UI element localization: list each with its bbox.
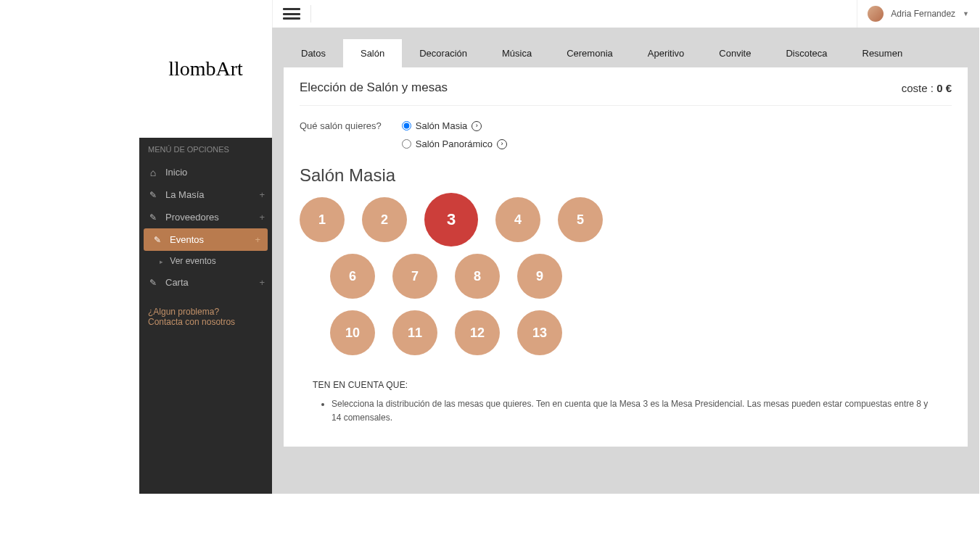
tab-discoteca[interactable]: Discoteca [768,39,844,67]
table-10[interactable]: 10 [330,310,375,355]
sidebar-menu-header: MENÚ DE OPCIONES [139,138,272,161]
logo-area: llombArt [139,0,272,138]
sidebar-item-inicio[interactable]: Inicio [139,161,272,183]
edit-icon [148,212,158,223]
sidebar-item-proveedores[interactable]: Proveedores + [139,206,272,228]
table-7[interactable]: 7 [392,254,437,299]
sidebar-item-label: Proveedores [165,212,219,223]
tab-decoracion[interactable]: Decoración [402,39,485,67]
table-4[interactable]: 4 [495,197,540,242]
expand-icon: + [259,212,265,223]
sidebar-subitem-ver-eventos[interactable]: Ver eventos [139,251,272,271]
tab-aperitivo[interactable]: Aperitivo [630,39,702,67]
edit-icon [148,190,158,200]
sidebar-item-eventos[interactable]: Eventos + [144,228,268,251]
expand-icon: + [255,234,260,245]
salon-question: Qué salón quieres? [300,120,382,131]
main: Adria Fernandez ▼ Datos Salón Decoración… [272,0,979,494]
tab-convite[interactable]: Convite [701,39,768,67]
edit-icon [152,235,162,245]
table-6[interactable]: 6 [330,254,375,299]
radio-label[interactable]: Salón Masia [416,120,468,131]
cost-label: coste : 0 € [902,82,952,94]
table-11[interactable]: 11 [392,310,437,355]
username: Adria Fernandez [891,9,955,19]
radio-masia[interactable] [402,121,411,130]
sidebar-item-label: Eventos [170,234,204,245]
sidebar-item-label: Inicio [165,167,187,178]
sidebar: llombArt MENÚ DE OPCIONES Inicio La Masí… [139,0,272,494]
panel: Elección de Salón y mesas coste : 0 € Qu… [284,67,968,447]
table-3[interactable]: 3 [424,193,478,246]
sidebar-footer: ¿Algun problema? Contacta con nosotros [139,294,272,340]
panel-title: Elección de Salón y mesas [300,80,448,95]
expand-icon: + [259,277,265,288]
sidebar-item-carta[interactable]: Carta + [139,271,272,294]
tab-datos[interactable]: Datos [284,39,343,67]
salon-title: Salón Masia [300,165,952,186]
arrow-right-circle-icon[interactable]: › [472,121,482,131]
sidebar-item-label: Carta [165,277,189,288]
hamburger-icon[interactable] [283,7,300,21]
radio-option-masia: Salón Masia › [402,120,507,131]
table-13[interactable]: 13 [517,310,562,355]
tables: 1 2 3 4 5 6 7 8 9 10 11 [300,197,952,355]
tab-bar: Datos Salón Decoración Música Ceremonia … [284,39,968,67]
notes-title: TEN EN CUENTA QUE: [313,380,939,390]
tab-resumen[interactable]: Resumen [845,39,921,67]
tab-salon[interactable]: Salón [343,39,402,67]
arrow-right-circle-icon[interactable]: › [497,139,507,149]
footer-problem-text: ¿Algun problema? [148,307,263,317]
topbar: Adria Fernandez ▼ [272,0,979,28]
expand-icon: + [259,189,265,200]
table-1[interactable]: 1 [300,197,345,242]
brand-logo: llombArt [168,57,243,80]
user-menu[interactable]: Adria Fernandez ▼ [857,0,969,28]
chevron-down-icon: ▼ [963,10,969,17]
footer-contact-link[interactable]: Contacta con nosotros [148,317,263,327]
cost-value: 0 € [936,82,952,94]
avatar [868,6,884,22]
radio-panoramico[interactable] [402,139,411,149]
edit-icon [148,278,158,288]
notes: TEN EN CUENTA QUE: Selecciona la distrib… [300,380,952,425]
sidebar-subitem-label: Ver eventos [170,256,215,266]
panel-header: Elección de Salón y mesas coste : 0 € [300,80,952,106]
salon-choice: Qué salón quieres? Salón Masia › Salón P… [300,120,952,149]
topbar-divider [310,5,311,22]
table-row: 10 11 12 13 [330,310,952,355]
radio-option-panoramico: Salón Panorámico › [402,138,507,149]
table-2[interactable]: 2 [362,197,407,242]
home-icon [148,167,158,178]
sidebar-item-label: La Masía [165,189,204,200]
table-12[interactable]: 12 [455,310,500,355]
radio-label[interactable]: Salón Panorámico [416,138,493,149]
notes-item: Selecciona la distribución de las mesas … [332,397,939,425]
sidebar-item-la-masia[interactable]: La Masía + [139,183,272,206]
content: Datos Salón Decoración Música Ceremonia … [272,28,979,494]
table-row: 1 2 3 4 5 [300,197,952,242]
table-5[interactable]: 5 [558,197,603,242]
table-row: 6 7 8 9 [330,254,952,299]
tab-musica[interactable]: Música [485,39,549,67]
table-9[interactable]: 9 [517,254,562,299]
tab-ceremonia[interactable]: Ceremonia [549,39,630,67]
table-8[interactable]: 8 [455,254,500,299]
